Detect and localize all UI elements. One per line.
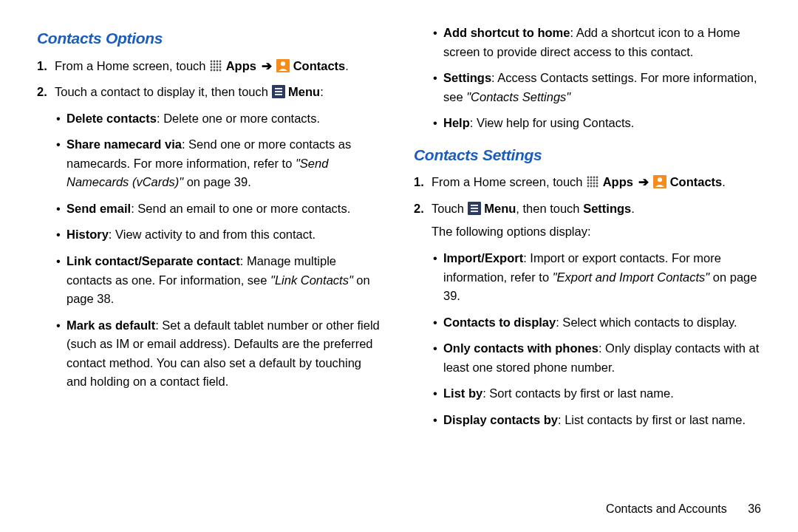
svg-point-11 [219, 66, 222, 68]
contacts-icon [276, 59, 290, 72]
option-title: Import/Export [443, 251, 523, 265]
list-item: History: View activity to and from this … [66, 225, 384, 245]
step-end: . [631, 202, 635, 215]
option-desc: : Send an email to one or more contacts. [131, 202, 350, 215]
svg-point-1 [214, 60, 216, 62]
menu-label: Menu [288, 85, 320, 98]
svg-point-2 [216, 60, 219, 62]
apps-label: Apps [226, 59, 256, 72]
reference-link: "Contacts Settings" [466, 90, 570, 103]
svg-point-24 [587, 180, 590, 182]
list-item: Add shortcut to home: Add a shortcut ico… [443, 24, 761, 61]
contacts-options-steps: 1. From a Home screen, touch Apps ➔ Cont… [37, 57, 384, 392]
svg-point-26 [593, 180, 596, 182]
svg-point-31 [596, 183, 598, 185]
step-text: Touch [432, 202, 468, 215]
reference-link: "Export and Import Contacts" [553, 270, 710, 284]
step-text: From a Home screen, touch [432, 175, 586, 188]
svg-point-4 [211, 63, 213, 65]
menu-icon [468, 202, 481, 215]
option-desc-tail: on page 39. [183, 175, 251, 188]
svg-rect-18 [275, 91, 282, 92]
contacts-icon [653, 175, 666, 188]
svg-point-32 [587, 185, 590, 188]
svg-point-12 [211, 69, 213, 71]
list-item: Only contacts with phones: Only display … [443, 339, 761, 377]
step-number: 2. [37, 83, 47, 102]
svg-point-0 [211, 60, 213, 62]
option-title: List by [443, 386, 482, 400]
option-title: Mark as default [66, 318, 155, 332]
svg-point-3 [219, 60, 222, 62]
svg-point-21 [590, 177, 593, 179]
svg-point-22 [593, 177, 596, 179]
svg-point-20 [587, 177, 590, 179]
settings-options-list: Import/Export: Import or export contacts… [432, 249, 761, 430]
option-title: Display contacts by [443, 413, 558, 426]
svg-point-33 [590, 185, 593, 188]
list-item: Send email: Send an email to one or more… [66, 200, 384, 219]
svg-rect-17 [275, 88, 282, 89]
step-number: 2. [414, 200, 424, 219]
option-desc: : View activity to and from this contact… [109, 228, 316, 241]
arrow-icon: ➔ [638, 175, 649, 188]
step-subtext: The following options display: [432, 222, 761, 242]
svg-rect-38 [471, 208, 478, 209]
option-title: Contacts to display [443, 316, 556, 329]
list-item: Help: View help for using Contacts. [443, 114, 761, 133]
list-item: List by: Sort contacts by first or last … [443, 384, 761, 403]
svg-point-15 [219, 69, 222, 71]
option-title: History [66, 228, 109, 241]
menu-options-continued: Add shortcut to home: Add a shortcut ico… [414, 24, 761, 133]
footer-section: Contacts and Accounts [606, 502, 727, 515]
svg-point-9 [214, 66, 216, 68]
step-end: : [320, 85, 324, 98]
left-column: Contacts Options 1. From a Home screen, … [37, 24, 384, 437]
svg-point-8 [211, 66, 213, 68]
reference-link: "Link Contacts" [270, 273, 353, 287]
svg-point-27 [596, 180, 598, 182]
step-text: Touch a contact to display it, then touc… [55, 85, 272, 98]
page-footer: Contacts and Accounts 36 [606, 502, 761, 516]
svg-point-13 [214, 69, 216, 71]
step-text: From a Home screen, touch [55, 59, 209, 72]
step-number: 1. [414, 173, 424, 192]
arrow-icon: ➔ [262, 59, 272, 72]
step-end: . [345, 59, 349, 72]
step-end: . [722, 175, 726, 188]
contacts-label: Contacts [670, 175, 723, 188]
option-title: Delete contacts [66, 112, 157, 125]
svg-point-36 [658, 178, 662, 183]
heading-contacts-options: Contacts Options [37, 27, 384, 51]
option-desc: : View help for using Contacts. [470, 116, 635, 129]
svg-rect-39 [471, 211, 478, 212]
page-number: 36 [748, 502, 761, 515]
svg-point-34 [593, 185, 596, 188]
apps-label: Apps [603, 175, 633, 188]
list-item: Link contact/Separate contact: Manage mu… [66, 252, 384, 309]
option-desc: : Delete one or more contacts. [157, 112, 320, 125]
svg-point-25 [590, 180, 593, 182]
menu-label: Menu [484, 202, 516, 215]
step-2: 2. Touch Menu, then touch Settings. The … [432, 200, 761, 430]
svg-point-30 [593, 183, 596, 185]
step-2: 2. Touch a contact to display it, then t… [55, 83, 384, 392]
option-desc: : Select which contacts to display. [556, 316, 737, 329]
svg-rect-19 [275, 94, 282, 95]
svg-rect-37 [471, 205, 478, 206]
list-item: Share namecard via: Send one or more con… [66, 135, 384, 192]
contacts-settings-steps: 1. From a Home screen, touch Apps ➔ Cont… [414, 173, 761, 429]
list-item: Delete contacts: Delete one or more cont… [66, 109, 384, 129]
svg-point-7 [219, 63, 222, 65]
apps-grid-icon [209, 59, 222, 72]
list-item: Contacts to display: Select which contac… [443, 313, 761, 332]
svg-point-14 [216, 69, 219, 71]
step-1: 1. From a Home screen, touch Apps ➔ Cont… [55, 57, 384, 76]
option-title: Only contacts with phones [443, 341, 598, 355]
menu-options-list: Delete contacts: Delete one or more cont… [55, 109, 384, 392]
contacts-label: Contacts [293, 59, 346, 72]
apps-grid-icon [586, 175, 599, 188]
option-title: Settings [443, 71, 491, 84]
step-number: 1. [37, 57, 47, 76]
menu-icon [272, 85, 285, 98]
